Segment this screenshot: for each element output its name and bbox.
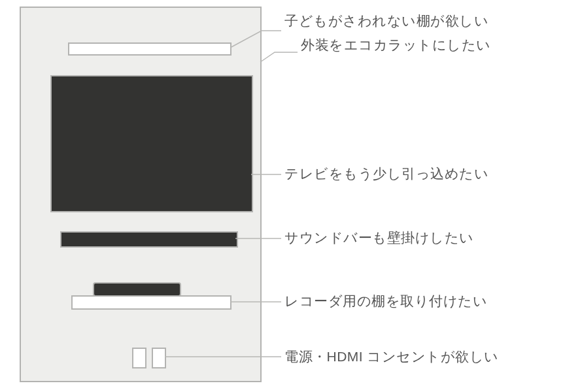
soundbar xyxy=(60,231,238,248)
label-recorder: レコーダ用の棚を取り付けたい xyxy=(284,292,487,310)
outlet-left xyxy=(132,348,146,368)
recorder-device xyxy=(93,282,181,297)
label-ecocarat: 外装をエコカラットにしたい xyxy=(301,36,491,54)
label-outlet: 電源・HDMI コンセントが欲しい xyxy=(284,348,499,366)
wall-panel xyxy=(20,7,262,382)
label-shelf: 子どもがさわれない棚が欲しい xyxy=(284,12,488,30)
top-shelf xyxy=(68,42,231,56)
outlet-right xyxy=(152,348,166,368)
label-tv: テレビをもう少し引っ込めたい xyxy=(284,165,488,183)
label-soundbar: サウンドバーも壁掛けしたい xyxy=(284,229,474,247)
tv-screen xyxy=(50,75,253,212)
recorder-shelf xyxy=(71,295,231,310)
